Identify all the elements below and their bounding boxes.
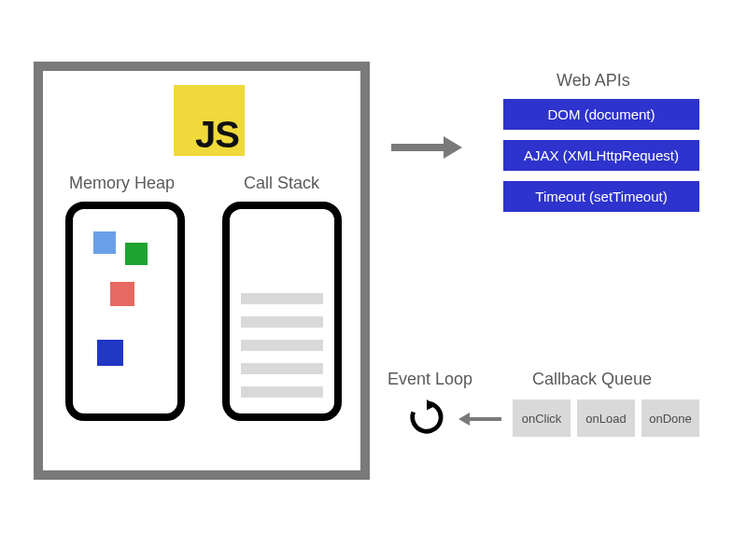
arrow-right-icon <box>391 138 462 157</box>
web-api-item: AJAX (XMLHttpRequest) <box>503 140 699 171</box>
stack-frame <box>241 340 323 351</box>
heap-object <box>97 340 123 366</box>
call-stack-box <box>222 202 342 421</box>
callback-queue-title: Callback Queue <box>532 370 652 389</box>
callback-item: onLoad <box>577 399 635 437</box>
memory-heap-label: Memory Heap <box>69 174 175 193</box>
callback-label: onDone <box>649 412 692 426</box>
callback-label: onLoad <box>585 412 626 426</box>
stack-frame <box>241 363 323 374</box>
web-apis-title: Web APIs <box>557 71 630 91</box>
web-api-item: DOM (document) <box>503 99 699 130</box>
js-logo-text: JS <box>195 114 239 156</box>
call-stack-label: Call Stack <box>244 174 319 193</box>
web-api-label: AJAX (XMLHttpRequest) <box>524 147 679 163</box>
loop-icon <box>409 399 444 435</box>
event-loop-title: Event Loop <box>388 370 472 389</box>
js-runtime-container: JS Memory Heap Call Stack <box>34 62 370 480</box>
stack-frame <box>241 316 323 328</box>
arrow-left-icon <box>458 413 501 427</box>
js-logo: JS <box>174 85 245 156</box>
callback-item: onClick <box>513 399 571 437</box>
web-api-label: Timeout (setTimeout) <box>535 189 667 204</box>
stack-frame <box>241 386 323 398</box>
stack-frame <box>241 293 323 304</box>
heap-object <box>93 231 116 254</box>
web-api-item: Timeout (setTimeout) <box>503 181 699 212</box>
heap-object <box>125 243 148 265</box>
callback-label: onClick <box>522 412 562 426</box>
web-api-label: DOM (document) <box>547 106 655 122</box>
svg-marker-0 <box>427 399 436 410</box>
heap-object <box>110 282 134 306</box>
memory-heap-box <box>65 202 185 421</box>
callback-item: onDone <box>641 399 699 437</box>
